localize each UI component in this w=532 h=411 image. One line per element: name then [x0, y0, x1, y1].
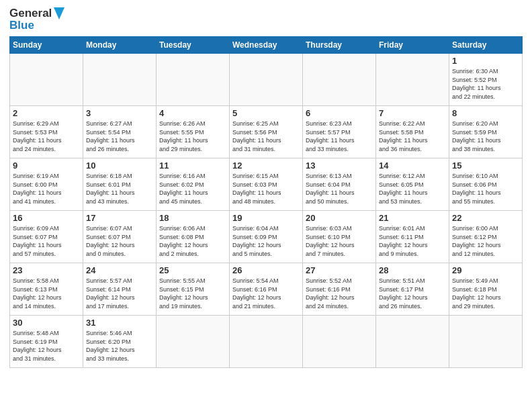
header: General Blue	[9, 7, 523, 32]
calendar-cell	[10, 54, 83, 106]
day-info: Sunrise: 6:18 AM Sunset: 6:01 PM Dayligh…	[86, 172, 153, 205]
calendar-cell: 24Sunrise: 5:57 AM Sunset: 6:14 PM Dayli…	[83, 263, 157, 316]
calendar-cell	[157, 316, 230, 368]
calendar-cell: 2Sunrise: 6:29 AM Sunset: 5:53 PM Daylig…	[10, 106, 83, 158]
day-header-thursday: Thursday	[303, 37, 376, 54]
calendar-cell: 1Sunrise: 6:30 AM Sunset: 5:52 PM Daylig…	[449, 54, 523, 106]
day-info: Sunrise: 5:52 AM Sunset: 6:16 PM Dayligh…	[306, 277, 373, 310]
week-row-1: 1Sunrise: 6:30 AM Sunset: 5:52 PM Daylig…	[10, 54, 523, 106]
day-header-sunday: Sunday	[10, 37, 83, 54]
day-info: Sunrise: 6:01 AM Sunset: 6:11 PM Dayligh…	[379, 224, 446, 258]
calendar-header-row: SundayMondayTuesdayWednesdayThursdayFrid…	[10, 37, 523, 54]
day-number: 12	[232, 161, 300, 171]
calendar-cell	[157, 54, 230, 106]
calendar-cell: 21Sunrise: 6:01 AM Sunset: 6:11 PM Dayli…	[376, 211, 449, 263]
calendar-cell: 5Sunrise: 6:25 AM Sunset: 5:56 PM Daylig…	[230, 106, 303, 158]
day-number: 11	[159, 161, 226, 171]
day-number: 21	[379, 213, 446, 223]
day-info: Sunrise: 6:06 AM Sunset: 6:08 PM Dayligh…	[159, 224, 226, 258]
calendar-cell: 12Sunrise: 6:15 AM Sunset: 6:03 PM Dayli…	[230, 158, 303, 211]
day-number: 8	[452, 108, 519, 118]
calendar-cell: 7Sunrise: 6:22 AM Sunset: 5:58 PM Daylig…	[376, 106, 449, 158]
svg-marker-0	[54, 7, 64, 19]
day-info: Sunrise: 5:55 AM Sunset: 6:15 PM Dayligh…	[159, 277, 226, 310]
day-number: 9	[13, 161, 80, 171]
day-info: Sunrise: 6:15 AM Sunset: 6:03 PM Dayligh…	[232, 172, 300, 205]
day-info: Sunrise: 6:12 AM Sunset: 6:05 PM Dayligh…	[379, 172, 446, 205]
day-number: 15	[452, 161, 519, 171]
day-info: Sunrise: 6:09 AM Sunset: 6:07 PM Dayligh…	[13, 224, 80, 258]
calendar-cell	[376, 54, 449, 106]
calendar-cell: 27Sunrise: 5:52 AM Sunset: 6:16 PM Dayli…	[303, 263, 376, 316]
calendar-cell	[303, 54, 376, 106]
calendar-cell	[230, 54, 303, 106]
day-info: Sunrise: 6:30 AM Sunset: 5:52 PM Dayligh…	[452, 67, 519, 101]
calendar-cell	[376, 316, 449, 368]
calendar-cell: 30Sunrise: 5:48 AM Sunset: 6:19 PM Dayli…	[10, 316, 83, 368]
day-header-wednesday: Wednesday	[230, 37, 303, 54]
day-info: Sunrise: 6:23 AM Sunset: 5:57 PM Dayligh…	[306, 120, 373, 153]
day-info: Sunrise: 6:03 AM Sunset: 6:10 PM Dayligh…	[306, 224, 373, 258]
calendar-cell: 11Sunrise: 6:16 AM Sunset: 6:02 PM Dayli…	[157, 158, 230, 211]
day-info: Sunrise: 5:58 AM Sunset: 6:13 PM Dayligh…	[13, 277, 80, 310]
day-info: Sunrise: 6:00 AM Sunset: 6:12 PM Dayligh…	[452, 224, 519, 258]
week-row-5: 23Sunrise: 5:58 AM Sunset: 6:13 PM Dayli…	[10, 263, 523, 316]
day-info: Sunrise: 6:10 AM Sunset: 6:06 PM Dayligh…	[452, 172, 519, 205]
day-number: 5	[232, 108, 300, 118]
logo-blue: Blue	[9, 19, 34, 32]
day-number: 19	[232, 213, 300, 223]
day-info: Sunrise: 6:07 AM Sunset: 6:07 PM Dayligh…	[86, 224, 153, 258]
calendar-cell: 6Sunrise: 6:23 AM Sunset: 5:57 PM Daylig…	[303, 106, 376, 158]
calendar-cell: 18Sunrise: 6:06 AM Sunset: 6:08 PM Dayli…	[157, 211, 230, 263]
calendar-cell	[303, 316, 376, 368]
day-info: Sunrise: 6:16 AM Sunset: 6:02 PM Dayligh…	[159, 172, 226, 205]
day-number: 17	[86, 213, 153, 223]
day-info: Sunrise: 6:26 AM Sunset: 5:55 PM Dayligh…	[159, 120, 226, 153]
calendar-cell: 29Sunrise: 5:49 AM Sunset: 6:18 PM Dayli…	[449, 263, 523, 316]
day-number: 18	[159, 213, 226, 223]
logo-general: General	[9, 7, 52, 20]
day-info: Sunrise: 6:27 AM Sunset: 5:54 PM Dayligh…	[86, 120, 153, 153]
calendar-cell: 31Sunrise: 5:46 AM Sunset: 6:20 PM Dayli…	[83, 316, 157, 368]
day-number: 14	[379, 161, 446, 171]
day-info: Sunrise: 6:29 AM Sunset: 5:53 PM Dayligh…	[13, 120, 80, 153]
calendar-cell: 28Sunrise: 5:51 AM Sunset: 6:17 PM Dayli…	[376, 263, 449, 316]
calendar-cell: 26Sunrise: 5:54 AM Sunset: 6:16 PM Dayli…	[230, 263, 303, 316]
day-number: 3	[86, 108, 153, 118]
calendar-cell: 4Sunrise: 6:26 AM Sunset: 5:55 PM Daylig…	[157, 106, 230, 158]
day-info: Sunrise: 5:46 AM Sunset: 6:20 PM Dayligh…	[86, 329, 153, 363]
logo: General Blue	[9, 7, 64, 32]
calendar-cell: 14Sunrise: 6:12 AM Sunset: 6:05 PM Dayli…	[376, 158, 449, 211]
day-number: 27	[306, 265, 373, 275]
week-row-6: 30Sunrise: 5:48 AM Sunset: 6:19 PM Dayli…	[10, 316, 523, 368]
day-info: Sunrise: 5:48 AM Sunset: 6:19 PM Dayligh…	[13, 329, 80, 363]
day-number: 23	[13, 265, 80, 275]
day-number: 13	[306, 161, 373, 171]
day-info: Sunrise: 6:13 AM Sunset: 6:04 PM Dayligh…	[306, 172, 373, 205]
day-number: 20	[306, 213, 373, 223]
week-row-4: 16Sunrise: 6:09 AM Sunset: 6:07 PM Dayli…	[10, 211, 523, 263]
day-header-monday: Monday	[83, 37, 157, 54]
day-header-tuesday: Tuesday	[157, 37, 230, 54]
calendar-cell: 25Sunrise: 5:55 AM Sunset: 6:15 PM Dayli…	[157, 263, 230, 316]
day-number: 10	[86, 161, 153, 171]
day-info: Sunrise: 6:22 AM Sunset: 5:58 PM Dayligh…	[379, 120, 446, 153]
calendar-cell	[83, 54, 157, 106]
calendar-cell: 3Sunrise: 6:27 AM Sunset: 5:54 PM Daylig…	[83, 106, 157, 158]
calendar-cell: 20Sunrise: 6:03 AM Sunset: 6:10 PM Dayli…	[303, 211, 376, 263]
day-number: 7	[379, 108, 446, 118]
day-info: Sunrise: 6:19 AM Sunset: 6:00 PM Dayligh…	[13, 172, 80, 205]
day-header-friday: Friday	[376, 37, 449, 54]
week-row-2: 2Sunrise: 6:29 AM Sunset: 5:53 PM Daylig…	[10, 106, 523, 158]
calendar-cell: 15Sunrise: 6:10 AM Sunset: 6:06 PM Dayli…	[449, 158, 523, 211]
day-number: 4	[159, 108, 226, 118]
calendar-cell: 23Sunrise: 5:58 AM Sunset: 6:13 PM Dayli…	[10, 263, 83, 316]
day-info: Sunrise: 5:51 AM Sunset: 6:17 PM Dayligh…	[379, 277, 446, 310]
calendar-cell: 10Sunrise: 6:18 AM Sunset: 6:01 PM Dayli…	[83, 158, 157, 211]
calendar-cell: 13Sunrise: 6:13 AM Sunset: 6:04 PM Dayli…	[303, 158, 376, 211]
calendar-cell: 16Sunrise: 6:09 AM Sunset: 6:07 PM Dayli…	[10, 211, 83, 263]
day-number: 28	[379, 265, 446, 275]
calendar-cell	[449, 316, 523, 368]
calendar-cell: 8Sunrise: 6:20 AM Sunset: 5:59 PM Daylig…	[449, 106, 523, 158]
day-info: Sunrise: 6:04 AM Sunset: 6:09 PM Dayligh…	[232, 224, 300, 258]
